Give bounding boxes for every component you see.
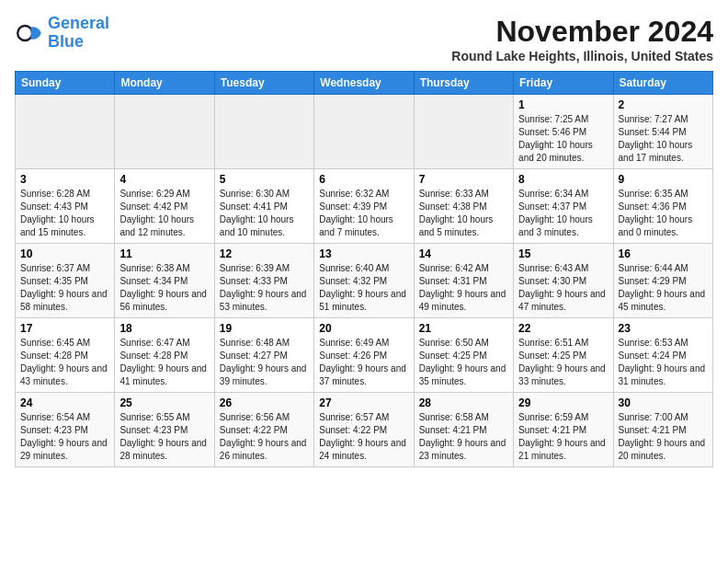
day-info: Sunrise: 6:44 AM Sunset: 4:29 PM Dayligh… <box>619 262 708 314</box>
calendar-cell: 3Sunrise: 6:28 AM Sunset: 4:43 PM Daylig… <box>16 169 115 244</box>
weekday-header-sunday: Sunday <box>16 72 115 95</box>
day-number: 15 <box>518 247 608 260</box>
day-number: 26 <box>220 396 309 409</box>
day-info: Sunrise: 6:48 AM Sunset: 4:27 PM Dayligh… <box>220 337 309 388</box>
day-number: 3 <box>20 173 109 186</box>
day-number: 9 <box>619 173 708 186</box>
day-info: Sunrise: 6:50 AM Sunset: 4:25 PM Dayligh… <box>419 337 508 388</box>
day-info: Sunrise: 6:53 AM Sunset: 4:24 PM Dayligh… <box>619 337 708 388</box>
day-number: 18 <box>119 322 209 335</box>
day-number: 7 <box>419 173 508 186</box>
day-info: Sunrise: 7:00 AM Sunset: 4:21 PM Dayligh… <box>619 411 708 463</box>
calendar-cell: 30Sunrise: 7:00 AM Sunset: 4:21 PM Dayli… <box>613 393 712 467</box>
calendar-cell: 13Sunrise: 6:40 AM Sunset: 4:32 PM Dayli… <box>314 244 414 318</box>
day-info: Sunrise: 6:30 AM Sunset: 4:41 PM Dayligh… <box>220 188 309 239</box>
day-number: 14 <box>419 247 508 260</box>
calendar-cell <box>414 95 513 169</box>
calendar-cell: 21Sunrise: 6:50 AM Sunset: 4:25 PM Dayli… <box>414 318 513 393</box>
logo-line2: Blue <box>48 32 84 51</box>
day-info: Sunrise: 6:32 AM Sunset: 4:39 PM Dayligh… <box>319 188 408 239</box>
day-info: Sunrise: 6:51 AM Sunset: 4:25 PM Dayligh… <box>518 337 608 388</box>
calendar-cell: 19Sunrise: 6:48 AM Sunset: 4:27 PM Dayli… <box>214 318 313 393</box>
calendar-cell: 12Sunrise: 6:39 AM Sunset: 4:33 PM Dayli… <box>214 244 313 318</box>
day-info: Sunrise: 6:55 AM Sunset: 4:23 PM Dayligh… <box>119 411 209 463</box>
weekday-header-wednesday: Wednesday <box>314 72 414 95</box>
calendar-cell: 2Sunrise: 7:27 AM Sunset: 5:44 PM Daylig… <box>613 95 712 169</box>
calendar-cell: 5Sunrise: 6:30 AM Sunset: 4:41 PM Daylig… <box>214 169 313 244</box>
header: General Blue November 2024 Round Lake He… <box>15 15 713 63</box>
logo: General Blue <box>15 15 109 52</box>
main-title: November 2024 <box>451 15 713 49</box>
calendar-cell: 4Sunrise: 6:29 AM Sunset: 4:42 PM Daylig… <box>115 169 214 244</box>
day-info: Sunrise: 6:45 AM Sunset: 4:28 PM Dayligh… <box>20 337 109 388</box>
calendar-cell: 18Sunrise: 6:47 AM Sunset: 4:28 PM Dayli… <box>115 318 214 393</box>
weekday-header-friday: Friday <box>514 72 613 95</box>
day-info: Sunrise: 7:25 AM Sunset: 5:46 PM Dayligh… <box>518 113 608 165</box>
day-number: 29 <box>518 396 608 409</box>
calendar-cell: 14Sunrise: 6:42 AM Sunset: 4:31 PM Dayli… <box>414 244 513 318</box>
day-info: Sunrise: 6:47 AM Sunset: 4:28 PM Dayligh… <box>119 337 209 388</box>
calendar: SundayMondayTuesdayWednesdayThursdayFrid… <box>15 71 713 467</box>
calendar-cell <box>214 95 313 169</box>
weekday-header-thursday: Thursday <box>414 72 513 95</box>
calendar-cell: 29Sunrise: 6:59 AM Sunset: 4:21 PM Dayli… <box>514 393 613 467</box>
day-info: Sunrise: 6:29 AM Sunset: 4:42 PM Dayligh… <box>119 188 209 239</box>
calendar-cell: 16Sunrise: 6:44 AM Sunset: 4:29 PM Dayli… <box>613 244 712 318</box>
day-info: Sunrise: 6:34 AM Sunset: 4:37 PM Dayligh… <box>518 188 608 239</box>
calendar-cell: 6Sunrise: 6:32 AM Sunset: 4:39 PM Daylig… <box>314 169 414 244</box>
title-block: November 2024 Round Lake Heights, Illino… <box>451 15 713 63</box>
calendar-cell: 7Sunrise: 6:33 AM Sunset: 4:38 PM Daylig… <box>414 169 513 244</box>
weekday-header-tuesday: Tuesday <box>214 72 313 95</box>
day-number: 28 <box>419 396 508 409</box>
day-number: 24 <box>20 396 109 409</box>
day-info: Sunrise: 6:43 AM Sunset: 4:30 PM Dayligh… <box>518 262 608 314</box>
calendar-cell: 20Sunrise: 6:49 AM Sunset: 4:26 PM Dayli… <box>314 318 414 393</box>
calendar-cell: 11Sunrise: 6:38 AM Sunset: 4:34 PM Dayli… <box>115 244 214 318</box>
day-number: 19 <box>220 322 309 335</box>
day-number: 23 <box>619 322 708 335</box>
day-number: 6 <box>319 173 408 186</box>
calendar-cell: 28Sunrise: 6:58 AM Sunset: 4:21 PM Dayli… <box>414 393 513 467</box>
day-info: Sunrise: 6:56 AM Sunset: 4:22 PM Dayligh… <box>220 411 309 463</box>
weekday-header-saturday: Saturday <box>613 72 712 95</box>
day-number: 10 <box>20 247 109 260</box>
day-number: 27 <box>319 396 408 409</box>
day-info: Sunrise: 6:33 AM Sunset: 4:38 PM Dayligh… <box>419 188 508 239</box>
day-number: 20 <box>319 322 408 335</box>
day-info: Sunrise: 6:58 AM Sunset: 4:21 PM Dayligh… <box>419 411 508 463</box>
calendar-cell: 10Sunrise: 6:37 AM Sunset: 4:35 PM Dayli… <box>16 244 115 318</box>
calendar-cell: 24Sunrise: 6:54 AM Sunset: 4:23 PM Dayli… <box>16 393 115 467</box>
calendar-cell: 9Sunrise: 6:35 AM Sunset: 4:36 PM Daylig… <box>613 169 712 244</box>
day-info: Sunrise: 6:54 AM Sunset: 4:23 PM Dayligh… <box>20 411 109 463</box>
logo-icon <box>15 18 44 48</box>
logo-line1: General <box>48 14 109 32</box>
day-info: Sunrise: 6:57 AM Sunset: 4:22 PM Dayligh… <box>319 411 408 463</box>
calendar-cell: 17Sunrise: 6:45 AM Sunset: 4:28 PM Dayli… <box>16 318 115 393</box>
day-number: 13 <box>319 247 408 260</box>
day-number: 25 <box>119 396 209 409</box>
day-number: 11 <box>119 247 209 260</box>
calendar-cell: 8Sunrise: 6:34 AM Sunset: 4:37 PM Daylig… <box>514 169 613 244</box>
day-info: Sunrise: 6:49 AM Sunset: 4:26 PM Dayligh… <box>319 337 408 388</box>
day-info: Sunrise: 6:40 AM Sunset: 4:32 PM Dayligh… <box>319 262 408 314</box>
day-info: Sunrise: 6:42 AM Sunset: 4:31 PM Dayligh… <box>419 262 508 314</box>
day-info: Sunrise: 6:37 AM Sunset: 4:35 PM Dayligh… <box>20 262 109 314</box>
day-number: 30 <box>619 396 708 409</box>
day-number: 21 <box>419 322 508 335</box>
day-number: 2 <box>619 98 708 111</box>
day-info: Sunrise: 6:39 AM Sunset: 4:33 PM Dayligh… <box>220 262 309 314</box>
day-number: 1 <box>518 98 608 111</box>
weekday-header-monday: Monday <box>115 72 214 95</box>
day-number: 12 <box>220 247 309 260</box>
day-info: Sunrise: 7:27 AM Sunset: 5:44 PM Dayligh… <box>619 113 708 165</box>
day-info: Sunrise: 6:38 AM Sunset: 4:34 PM Dayligh… <box>119 262 209 314</box>
calendar-cell <box>314 95 414 169</box>
calendar-cell: 1Sunrise: 7:25 AM Sunset: 5:46 PM Daylig… <box>514 95 613 169</box>
day-number: 8 <box>518 173 608 186</box>
day-number: 22 <box>518 322 608 335</box>
day-info: Sunrise: 6:35 AM Sunset: 4:36 PM Dayligh… <box>619 188 708 239</box>
day-number: 16 <box>619 247 708 260</box>
calendar-cell: 22Sunrise: 6:51 AM Sunset: 4:25 PM Dayli… <box>514 318 613 393</box>
calendar-cell: 27Sunrise: 6:57 AM Sunset: 4:22 PM Dayli… <box>314 393 414 467</box>
logo-text: General Blue <box>48 15 109 52</box>
